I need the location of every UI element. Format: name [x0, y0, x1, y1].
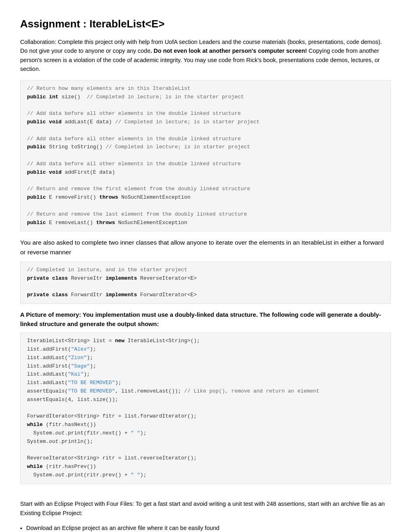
- section-heading-inner-classes: You are also asked to complete two inner…: [20, 238, 391, 257]
- intro-paragraph: Collaboration: Complete this project onl…: [20, 37, 391, 74]
- start-section-text: Start with an Eclipse Project with Four …: [20, 499, 391, 517]
- page-title: Assignment : IterableList<E>: [20, 16, 391, 32]
- bullet-dot-1: •: [20, 524, 22, 532]
- bullet-list: • Download an Eclipse project as an arch…: [20, 524, 391, 532]
- bullet-item-1-content: Download an Eclipse project as an archiv…: [26, 524, 220, 532]
- bullet-item-1-text: Download an Eclipse project as an archiv…: [26, 525, 220, 531]
- code-block-methods: // Return how many elements are in this …: [20, 80, 391, 232]
- code-block-inner-classes: // Completed in lecture, and in the star…: [20, 262, 391, 304]
- bullet-item-1: • Download an Eclipse project as an arch…: [20, 524, 391, 532]
- code-block-memory-example: IterableList<String> list = new Iterable…: [20, 332, 391, 484]
- memory-section-heading: A Picture of memory: You implementation …: [20, 310, 391, 328]
